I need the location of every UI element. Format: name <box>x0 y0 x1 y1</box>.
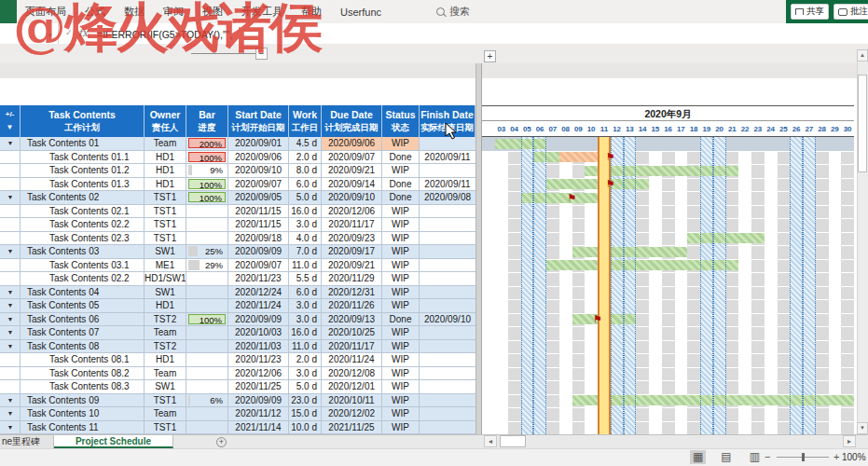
cell-owner[interactable]: TST2 <box>145 313 186 326</box>
table-row[interactable]: Task Contents 08.3SW12020/11/255.0 d2020… <box>0 380 475 394</box>
cell-owner[interactable]: HD1 <box>145 164 186 177</box>
cell-collapse[interactable] <box>0 178 21 191</box>
table-row[interactable]: Task Contents 01.2HD19%2020/09/108.0 d20… <box>0 164 475 178</box>
cell-status[interactable]: WIP <box>382 137 420 150</box>
cell-task-name[interactable]: Task Contents 01.3 <box>21 178 145 191</box>
cell-task-name[interactable]: Task Contents 01.1 <box>21 151 145 164</box>
gantt-day-number[interactable]: 06 <box>533 121 546 137</box>
cell-due-date[interactable]: 2020/12/31 <box>322 286 382 299</box>
cell-progress-bar[interactable] <box>186 286 228 299</box>
cell-owner[interactable]: HD1 <box>145 178 186 191</box>
cell-owner[interactable]: Team <box>145 326 186 339</box>
cell-due-date[interactable]: 2020/11/17 <box>322 218 382 231</box>
cell-owner[interactable]: HD1 <box>145 151 186 164</box>
cell-finish-date[interactable] <box>420 407 475 420</box>
cell-finish-date[interactable]: 2020/09/11 <box>420 178 475 191</box>
table-row[interactable]: ▼Task Contents 03SW125%2020/09/097.0 d20… <box>0 245 475 259</box>
cell-work-days[interactable]: 5.0 d <box>289 380 322 393</box>
cell-work-days[interactable]: 11.0 d <box>289 259 322 272</box>
cell-collapse[interactable] <box>0 245 21 258</box>
cell-progress-bar[interactable]: 9% <box>186 164 228 177</box>
page-layout-view-icon[interactable]: ▤ <box>718 450 734 464</box>
table-header-1[interactable]: Task Contents工作计划 <box>21 105 145 137</box>
sheet-tab-milestone[interactable]: ne里程碑 <box>0 435 54 448</box>
gantt-day-number[interactable]: 19 <box>700 121 713 137</box>
insert-function-icon[interactable]: fx <box>78 27 88 39</box>
cell-collapse[interactable] <box>0 407 21 420</box>
cell-start-date[interactable]: 2020/11/12 <box>228 407 289 420</box>
comments-button[interactable]: 批注 <box>834 4 868 20</box>
cell-owner[interactable]: Team <box>145 407 186 420</box>
cell-work-days[interactable]: 3.0 d <box>289 218 322 231</box>
cell-task-name[interactable]: Task Contents 02.2 <box>21 272 145 285</box>
cell-progress-bar[interactable] <box>186 272 228 285</box>
gantt-day-number[interactable]: 21 <box>726 121 739 137</box>
cell-owner[interactable]: TST1 <box>145 191 186 204</box>
cell-progress-bar[interactable] <box>186 326 228 339</box>
table-row[interactable]: Task Contents 03.1ME129%2020/09/0711.0 d… <box>0 259 475 273</box>
cell-work-days[interactable]: 5.0 d <box>289 191 322 204</box>
cell-task-name[interactable]: Task Contents 11 <box>21 421 145 434</box>
cell-progress-bar[interactable]: 200% <box>186 137 228 150</box>
cell-due-date[interactable]: 2020/11/26 <box>322 299 382 312</box>
gantt-day-number[interactable]: 28 <box>816 121 829 137</box>
gantt-day-number[interactable]: 17 <box>675 121 688 137</box>
gantt-day-number[interactable]: 24 <box>765 121 778 137</box>
cell-task-name[interactable]: Task Contents 09 <box>21 394 145 407</box>
cell-status[interactable]: WIP <box>382 272 420 285</box>
cell-task-name[interactable]: Task Contents 04 <box>21 286 145 299</box>
cell-work-days[interactable]: 4.0 d <box>289 232 322 245</box>
cell-collapse[interactable] <box>0 353 21 366</box>
cell-finish-date[interactable] <box>420 137 475 150</box>
cell-owner[interactable]: HD1/SW1 <box>145 272 186 285</box>
cell-owner[interactable]: SW1 <box>145 380 186 393</box>
cell-work-days[interactable]: 11.0 d <box>289 340 322 353</box>
name-box-caret-icon[interactable]: ▾ <box>48 32 52 39</box>
table-row[interactable]: ▼Task Contents 02TST1100%2020/09/055.0 d… <box>0 191 475 205</box>
cell-work-days[interactable]: 16.0 d <box>289 205 322 218</box>
gantt-day-number[interactable]: 08 <box>559 121 572 137</box>
cell-progress-bar[interactable]: 100% <box>186 191 228 204</box>
cell-start-date[interactable]: 2020/12/06 <box>228 367 289 380</box>
gantt-day-number[interactable]: 15 <box>649 121 662 137</box>
cell-owner[interactable]: ME1 <box>145 259 186 272</box>
cell-status[interactable]: WIP <box>382 380 420 393</box>
cell-owner[interactable]: HD1 <box>145 353 186 366</box>
excel-logo-icon[interactable] <box>0 0 17 23</box>
cell-collapse[interactable] <box>0 299 21 312</box>
formula-confirm-icon[interactable]: ✓ <box>65 28 73 37</box>
vertical-scrollbar-thumb[interactable] <box>858 75 867 172</box>
cell-start-date[interactable]: 2020/11/25 <box>228 380 289 393</box>
cell-due-date[interactable]: 2020/09/13 <box>322 313 382 326</box>
page-break-view-icon[interactable]: ▥ <box>747 450 763 464</box>
gantt-day-number[interactable]: 22 <box>738 121 751 137</box>
cell-status[interactable]: WIP <box>382 367 420 380</box>
cell-due-date[interactable]: 2020/12/02 <box>322 407 382 420</box>
scroll-left-button[interactable]: ◂ <box>484 435 497 447</box>
cell-collapse[interactable] <box>0 205 21 218</box>
table-header-7[interactable]: Status状态 <box>382 105 420 137</box>
ribbon-tab-1[interactable]: 公式 <box>85 5 105 19</box>
cell-status[interactable]: WIP <box>382 218 420 231</box>
cell-task-name[interactable]: Task Contents 02 <box>21 191 145 204</box>
cell-owner[interactable]: TST2 <box>145 340 186 353</box>
cell-finish-date[interactable] <box>420 326 475 339</box>
cell-finish-date[interactable]: 2020/09/08 <box>420 191 475 204</box>
search-box[interactable]: 搜索 <box>436 5 470 19</box>
table-row[interactable]: Task Contents 01.3HD1100%2020/09/076.0 d… <box>0 178 475 192</box>
cell-progress-bar[interactable] <box>186 353 228 366</box>
cell-progress-bar[interactable]: 100% <box>186 151 228 164</box>
cell-status[interactable]: WIP <box>382 407 420 420</box>
gantt-day-number[interactable]: 25 <box>778 121 791 137</box>
cell-status[interactable]: WIP <box>382 164 420 177</box>
cell-work-days[interactable]: 7.0 d <box>289 245 322 258</box>
cell-owner[interactable]: Team <box>145 137 186 150</box>
cell-start-date[interactable]: 2020/09/10 <box>228 164 289 177</box>
cell-progress-bar[interactable]: 100% <box>186 313 228 326</box>
table-row[interactable]: Task Contents 02.2HD1/SW12020/11/235.5 d… <box>0 272 475 286</box>
cell-progress-bar[interactable] <box>186 299 228 312</box>
cell-task-name[interactable]: Task Contents 05 <box>21 299 145 312</box>
cell-task-name[interactable]: Task Contents 08.1 <box>21 353 145 366</box>
cell-due-date[interactable]: 2020/12/06 <box>322 205 382 218</box>
cell-task-name[interactable]: Task Contents 02.3 <box>21 232 145 245</box>
